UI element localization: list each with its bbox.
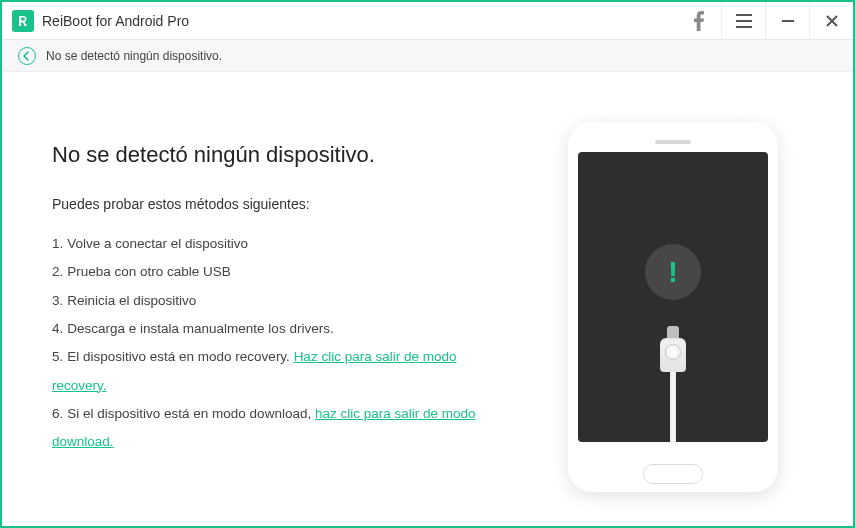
- phone-speaker: [655, 140, 691, 144]
- minimize-button[interactable]: [765, 2, 809, 39]
- alert-exclamation: !: [668, 255, 678, 289]
- step-text: Descarga e instala manualmente los drive…: [67, 321, 333, 336]
- status-message: No se detectó ningún dispositivo.: [46, 49, 222, 63]
- facebook-button[interactable]: [677, 2, 721, 39]
- step-number: 4.: [52, 321, 63, 336]
- app-logo-icon: [12, 10, 34, 32]
- phone-home-button: [643, 464, 703, 484]
- phone-illustration: !: [568, 122, 778, 492]
- content-area: No se detectó ningún dispositivo. Puedes…: [2, 72, 853, 526]
- step-text: El dispositivo está en modo recovery.: [67, 349, 293, 364]
- step-item: 2.Prueba con otro cable USB: [52, 258, 513, 286]
- titlebar-left: ReiBoot for Android Pro: [12, 10, 189, 32]
- step-number: 6.: [52, 406, 63, 421]
- sub-heading: Puedes probar estos métodos siguientes:: [52, 196, 513, 212]
- phone-screen: !: [578, 152, 768, 442]
- step-text: Reinicia el dispositivo: [67, 293, 196, 308]
- titlebar: ReiBoot for Android Pro: [2, 2, 853, 40]
- step-text: Prueba con otro cable USB: [67, 264, 231, 279]
- step-item: 1.Volve a conectar el dispositivo: [52, 230, 513, 258]
- step-number: 3.: [52, 293, 63, 308]
- usb-cord: [670, 372, 676, 442]
- step-number: 2.: [52, 264, 63, 279]
- step-text: Volve a conectar el dispositivo: [67, 236, 248, 251]
- usb-plug-face: [665, 344, 681, 360]
- instructions-panel: No se detectó ningún dispositivo. Puedes…: [52, 112, 513, 506]
- titlebar-right: [677, 2, 853, 39]
- step-item: 6.Si el dispositivo está en modo downloa…: [52, 400, 513, 457]
- usb-plug-tip: [667, 326, 679, 338]
- main-heading: No se detectó ningún dispositivo.: [52, 142, 513, 168]
- step-item: 5.El dispositivo está en modo recovery. …: [52, 343, 513, 400]
- step-number: 5.: [52, 349, 63, 364]
- alert-icon: !: [645, 244, 701, 300]
- step-item: 4.Descarga e instala manualmente los dri…: [52, 315, 513, 343]
- menu-button[interactable]: [721, 2, 765, 39]
- app-title: ReiBoot for Android Pro: [42, 13, 189, 29]
- app-window: ReiBoot for Android Pro No se detectó ni…: [0, 0, 855, 528]
- status-bar: No se detectó ningún dispositivo.: [2, 40, 853, 72]
- close-button[interactable]: [809, 2, 853, 39]
- illustration-panel: !: [543, 112, 803, 506]
- step-number: 1.: [52, 236, 63, 251]
- usb-plug: [660, 338, 686, 372]
- back-button[interactable]: [18, 47, 36, 65]
- step-item: 3.Reinicia el dispositivo: [52, 287, 513, 315]
- steps-list: 1.Volve a conectar el dispositivo 2.Prue…: [52, 230, 513, 457]
- step-text: Si el dispositivo está en modo download,: [67, 406, 315, 421]
- usb-cable-icon: [660, 338, 686, 442]
